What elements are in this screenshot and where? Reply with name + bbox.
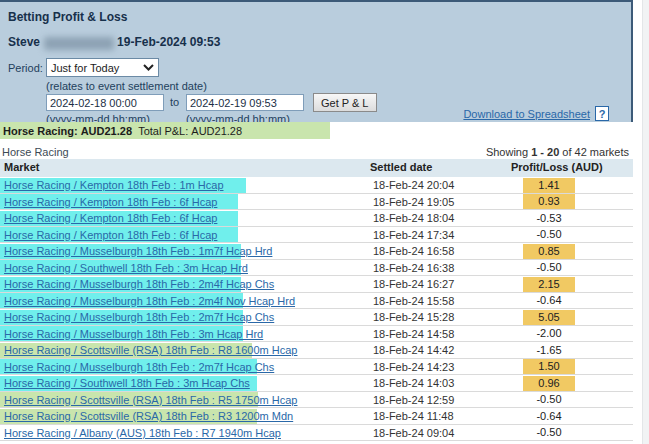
section-label: Horse Racing xyxy=(2,146,69,158)
profit-loss-value: -2.00 xyxy=(523,326,575,341)
column-header-profit-loss: Profit/Loss (AUD) xyxy=(511,161,603,173)
help-icon[interactable]: ? xyxy=(595,106,609,121)
market-link[interactable]: Horse Racing / Musselburgh 18th Feb : 3m… xyxy=(4,326,263,342)
settled-date: 18-Feb-24 14:42 xyxy=(373,342,454,358)
right-gutter xyxy=(642,0,649,444)
profit-loss-value: -1.65 xyxy=(523,343,575,358)
table-header: Market Settled date Profit/Loss (AUD) xyxy=(0,159,633,177)
user-name: Steve xyxy=(8,35,40,49)
showing-markets-count: Showing 1 - 20 of 42 markets xyxy=(486,146,629,158)
settled-date: 18-Feb-24 14:58 xyxy=(373,326,454,342)
settled-date: 18-Feb-24 14:23 xyxy=(373,359,454,375)
period-label: Period: xyxy=(8,62,43,74)
profit-loss-value: 0.93 xyxy=(523,194,575,209)
profit-loss-value: -0.50 xyxy=(523,425,575,440)
download-spreadsheet-link[interactable]: Download to Spreadsheet xyxy=(463,108,590,120)
settled-date: 18-Feb-24 12:59 xyxy=(373,392,454,408)
table-row: Horse Racing / Southwell 18th Feb : 3m H… xyxy=(0,260,633,277)
market-link[interactable]: Horse Racing / Southwell 18th Feb : 3m H… xyxy=(4,260,248,276)
table-row: Horse Racing / Kempton 18th Feb : 6f Hca… xyxy=(0,194,633,211)
get-pl-button[interactable]: Get P & L xyxy=(313,93,377,112)
market-link[interactable]: Horse Racing / Musselburgh 18th Feb : 2m… xyxy=(4,359,274,375)
column-header-market: Market xyxy=(4,161,39,173)
market-link[interactable]: Horse Racing / Kempton 18th Feb : 6f Hca… xyxy=(4,227,217,243)
settled-date: 18-Feb-24 15:28 xyxy=(373,309,454,325)
profit-loss-value: -0.50 xyxy=(523,260,575,275)
market-link[interactable]: Horse Racing / Kempton 18th Feb : 6f Hca… xyxy=(4,194,217,210)
table-row: Horse Racing / Musselburgh 18th Feb : 1m… xyxy=(0,243,633,260)
profit-loss-value: -0.50 xyxy=(523,227,575,242)
table-row: Horse Racing / Musselburgh 18th Feb : 3m… xyxy=(0,326,633,343)
summary-sport-value: AUD21.28 xyxy=(81,125,132,137)
market-link[interactable]: Horse Racing / Southwell 18th Feb : 3m H… xyxy=(4,375,250,391)
market-link[interactable]: Horse Racing / Kempton 18th Feb : 1m Hca… xyxy=(4,177,224,193)
table-row: Horse Racing / Scottsville (RSA) 18th Fe… xyxy=(0,408,633,425)
settled-date: 18-Feb-24 20:04 xyxy=(373,177,454,193)
settled-date: 18-Feb-24 14:03 xyxy=(373,375,454,391)
profit-loss-value: 1.41 xyxy=(523,178,575,193)
market-link[interactable]: Horse Racing / Musselburgh 18th Feb : 2m… xyxy=(4,309,274,325)
table-row: Horse Racing / Musselburgh 18th Feb : 2m… xyxy=(0,293,633,310)
profit-loss-value: -0.64 xyxy=(523,293,575,308)
market-link[interactable]: Horse Racing / Musselburgh 18th Feb : 2m… xyxy=(4,276,274,292)
market-link[interactable]: Horse Racing / Scottsville (RSA) 18th Fe… xyxy=(4,342,297,358)
period-selected-option: Just for Today xyxy=(51,62,119,74)
to-label: to xyxy=(170,96,179,108)
profit-loss-value: 0.96 xyxy=(523,376,575,391)
summary-sport-label: Horse Racing: xyxy=(3,125,78,137)
profit-loss-value: 2.15 xyxy=(523,277,575,292)
table-row: Horse Racing / Scottsville (RSA) 18th Fe… xyxy=(0,342,633,359)
table-row: Horse Racing / Kempton 18th Feb : 1m Hca… xyxy=(0,177,633,194)
settled-date: 18-Feb-24 17:34 xyxy=(373,227,454,243)
settled-date: 18-Feb-24 15:58 xyxy=(373,293,454,309)
summary-total-label: Total P&L: xyxy=(138,125,188,137)
market-link[interactable]: Horse Racing / Albany (AUS) 18th Feb : R… xyxy=(4,425,281,441)
table-row: Horse Racing / Southwell 18th Feb : 3m H… xyxy=(0,375,633,392)
summary-bar: Horse Racing: AUD21.28 Total P&L: AUD21.… xyxy=(0,122,330,139)
table-body: Horse Racing / Kempton 18th Feb : 1m Hca… xyxy=(0,177,633,441)
table-row: Horse Racing / Scottsville (RSA) 18th Fe… xyxy=(0,392,633,409)
report-datetime: 19-Feb-2024 09:53 xyxy=(117,35,220,49)
table-row: Horse Racing / Kempton 18th Feb : 6f Hca… xyxy=(0,210,633,227)
redacted-name xyxy=(44,37,114,50)
settled-date: 18-Feb-24 09:04 xyxy=(373,425,454,441)
settled-date: 18-Feb-24 11:48 xyxy=(373,408,454,424)
period-note: (relates to event settlement date) xyxy=(46,80,207,92)
page-title: Betting Profit & Loss xyxy=(8,10,127,24)
user-line: Steve19-Feb-2024 09:53 xyxy=(8,35,220,49)
settled-date: 18-Feb-24 16:27 xyxy=(373,276,454,292)
column-header-settled-date: Settled date xyxy=(370,161,432,173)
summary-total-value: AUD21.28 xyxy=(191,125,242,137)
table-row: Horse Racing / Musselburgh 18th Feb : 2m… xyxy=(0,309,633,326)
period-select[interactable]: Just for Today xyxy=(46,58,159,77)
settled-date: 18-Feb-24 18:04 xyxy=(373,210,454,226)
betting-pl-page: Betting Profit & Loss Steve19-Feb-2024 0… xyxy=(0,0,649,444)
market-link[interactable]: Horse Racing / Scottsville (RSA) 18th Fe… xyxy=(4,392,297,408)
chevron-down-icon xyxy=(143,64,154,71)
profit-loss-value: 5.05 xyxy=(523,310,575,325)
settled-date: 18-Feb-24 16:58 xyxy=(373,243,454,259)
table-row: Horse Racing / Albany (AUS) 18th Feb : R… xyxy=(0,425,633,442)
table-row: Horse Racing / Kempton 18th Feb : 6f Hca… xyxy=(0,227,633,244)
profit-loss-value: 0.85 xyxy=(523,244,575,259)
market-link[interactable]: Horse Racing / Musselburgh 18th Feb : 1m… xyxy=(4,243,272,259)
profit-loss-value: -0.64 xyxy=(523,409,575,424)
table-row: Horse Racing / Musselburgh 18th Feb : 2m… xyxy=(0,276,633,293)
table-row: Horse Racing / Musselburgh 18th Feb : 2m… xyxy=(0,359,633,376)
settled-date: 18-Feb-24 16:38 xyxy=(373,260,454,276)
date-to-input[interactable] xyxy=(186,94,304,111)
date-from-input[interactable] xyxy=(46,94,164,111)
page-header: Betting Profit & Loss Steve19-Feb-2024 0… xyxy=(0,0,633,122)
profit-loss-value: -0.50 xyxy=(523,392,575,407)
settled-date: 18-Feb-24 19:05 xyxy=(373,194,454,210)
profit-loss-value: 1.50 xyxy=(523,359,575,374)
market-link[interactable]: Horse Racing / Musselburgh 18th Feb : 2m… xyxy=(4,293,295,309)
market-link[interactable]: Horse Racing / Scottsville (RSA) 18th Fe… xyxy=(4,408,293,424)
market-link[interactable]: Horse Racing / Kempton 18th Feb : 6f Hca… xyxy=(4,210,217,226)
profit-loss-value: -0.53 xyxy=(523,211,575,226)
